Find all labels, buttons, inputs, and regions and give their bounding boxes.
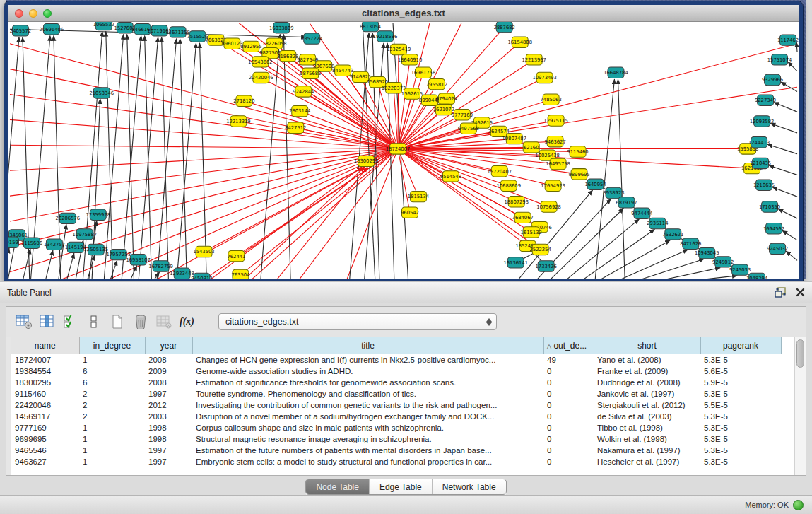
table-cell[interactable]: 5.6E-5 [700, 366, 781, 377]
network-edge[interactable] [300, 111, 398, 148]
table-row[interactable]: 969969511998Structural magnetic resonanc… [11, 433, 781, 445]
network-edge[interactable] [778, 209, 797, 218]
tab-node-table[interactable]: Node Table [306, 479, 370, 494]
network-edge[interactable] [788, 62, 797, 71]
table-cell[interactable]: 1 [79, 354, 145, 366]
delete-entries-trash-icon[interactable] [131, 313, 150, 330]
network-edge[interactable] [127, 34, 134, 279]
column-header-name[interactable]: name [11, 337, 79, 354]
table-cell[interactable]: 0 [543, 433, 594, 445]
table-cell[interactable]: Nakamura et al. (1997) [594, 445, 700, 456]
table-cell[interactable]: Dudbridge et al. (2008) [594, 377, 700, 388]
column-header-out_de[interactable]: △out_de... [543, 337, 594, 354]
table-cell[interactable]: Yano et al. (2008) [594, 354, 700, 366]
table-cell[interactable]: Hescheler et al. (1997) [594, 456, 700, 467]
table-cell[interactable]: 19384554 [11, 366, 79, 377]
table-cell[interactable]: 1998 [145, 422, 192, 433]
table-cell[interactable]: 9777169 [11, 422, 79, 433]
network-edge[interactable] [303, 91, 398, 148]
table-cell[interactable]: 14569117 [11, 411, 79, 422]
network-edge[interactable] [577, 229, 655, 279]
table-cell[interactable]: 5.3E-5 [700, 388, 781, 399]
network-edge[interactable] [10, 119, 398, 148]
table-cell[interactable]: Tourette syndrome. Phenomenology and cla… [192, 388, 543, 399]
table-cell[interactable]: 5.3E-5 [700, 433, 781, 445]
network-edge[interactable] [261, 78, 398, 148]
float-window-icon[interactable] [775, 287, 787, 298]
table-cell[interactable]: 49 [543, 354, 594, 366]
insert-column-icon[interactable] [38, 313, 57, 330]
column-header-pagerank[interactable]: pagerank [700, 337, 781, 354]
table-cell[interactable]: Investigating the contribution of common… [192, 399, 543, 411]
table-cell[interactable]: 9115460 [11, 388, 79, 399]
network-edge[interactable] [260, 62, 398, 148]
network-edge[interactable] [45, 250, 53, 279]
table-row[interactable]: 2242004622012Investigating the contribut… [11, 399, 781, 411]
column-header-year[interactable]: year [145, 337, 192, 354]
row-height-icon[interactable] [85, 313, 103, 330]
table-cell[interactable]: Tibbo et al. (1998) [594, 422, 700, 433]
network-edge[interactable] [786, 251, 797, 260]
table-cell[interactable]: 2 [79, 399, 145, 411]
table-cell[interactable]: 2008 [145, 377, 192, 388]
table-row[interactable]: 1830029562008Estimation of significance … [11, 377, 781, 388]
table-cell[interactable]: 1 [79, 422, 145, 433]
tab-edge-table[interactable]: Edge Table [370, 479, 433, 494]
network-edge[interactable] [770, 124, 797, 133]
network-edge[interactable] [625, 259, 704, 279]
table-cell[interactable]: 6 [79, 377, 145, 388]
column-header-title[interactable]: title [192, 337, 543, 354]
table-cell[interactable]: 22420046 [11, 399, 79, 411]
table-cell[interactable]: 5.3E-5 [700, 422, 781, 433]
network-edge[interactable] [398, 59, 410, 148]
table-row[interactable]: 1938455462009Genome-wide association stu… [11, 366, 781, 377]
table-cell[interactable]: Embryonic stem cells: a model to study s… [192, 456, 543, 467]
network-edge[interactable] [204, 167, 363, 279]
table-selector-dropdown[interactable]: citations_edges.txt [218, 313, 497, 330]
table-cell[interactable]: 2008 [145, 354, 192, 366]
table-cell[interactable]: 0 [543, 445, 594, 456]
table-cell[interactable]: Disruption of a novel member of a sodium… [192, 411, 543, 422]
table-settings-icon[interactable] [15, 313, 33, 330]
column-header-short[interactable]: short [594, 337, 700, 354]
select-columns-icon[interactable] [61, 313, 80, 330]
table-row[interactable]: 946362711997Embryonic stem cells: a mode… [11, 456, 781, 467]
table-cell[interactable]: 2012 [145, 399, 192, 411]
network-edge[interactable] [157, 39, 177, 279]
table-cell[interactable]: 0 [543, 388, 594, 399]
table-cell[interactable]: 1 [79, 433, 145, 445]
table-row[interactable]: 977716911998Corpus callosum shape and si… [11, 422, 781, 433]
close-icon[interactable] [796, 288, 805, 297]
vertical-scrollbar[interactable] [794, 337, 806, 476]
network-edge[interactable] [618, 79, 625, 279]
network-edge[interactable] [345, 148, 398, 279]
network-graph[interactable]: 2405572206914061065532152760284661601071… [8, 22, 799, 279]
table-cell[interactable]: Stergiakouli et al. (2012) [594, 399, 700, 411]
table-cell[interactable]: Genome-wide association studies in ADHD. [192, 366, 543, 377]
table-cell[interactable]: 2 [79, 411, 145, 422]
network-edge[interactable] [782, 230, 797, 240]
network-edge[interactable] [83, 31, 102, 279]
table-cell[interactable]: 0 [543, 411, 594, 422]
table-cell[interactable]: Changes of HCN gene expression and I(f) … [192, 354, 543, 366]
table-cell[interactable]: 5.9E-5 [700, 377, 781, 388]
network-edge[interactable] [180, 39, 187, 279]
table-cell[interactable]: 5.5E-5 [700, 399, 781, 411]
network-edge[interactable] [283, 34, 290, 279]
table-cell[interactable]: Corpus callosum shape and size in male p… [192, 422, 543, 433]
table-cell[interactable]: 2003 [145, 411, 192, 422]
network-edge[interactable] [200, 43, 207, 279]
table-cell[interactable]: 5.3E-5 [700, 354, 781, 366]
table-row[interactable]: 1456911722003Disruption of a novel membe… [11, 411, 781, 422]
table-cell[interactable]: 1 [79, 445, 145, 456]
table-cell[interactable]: 5.3E-5 [700, 411, 781, 422]
table-cell[interactable]: 0 [543, 377, 594, 388]
table-cell[interactable]: 1997 [145, 445, 192, 456]
network-edge[interactable] [129, 266, 137, 279]
scrollbar-thumb[interactable] [796, 339, 804, 368]
network-edge[interactable] [774, 103, 797, 112]
network-edge[interactable] [246, 148, 398, 279]
table-cell[interactable]: 1998 [145, 433, 192, 445]
network-edge[interactable] [772, 187, 797, 197]
table-cell[interactable]: 1 [79, 456, 145, 467]
